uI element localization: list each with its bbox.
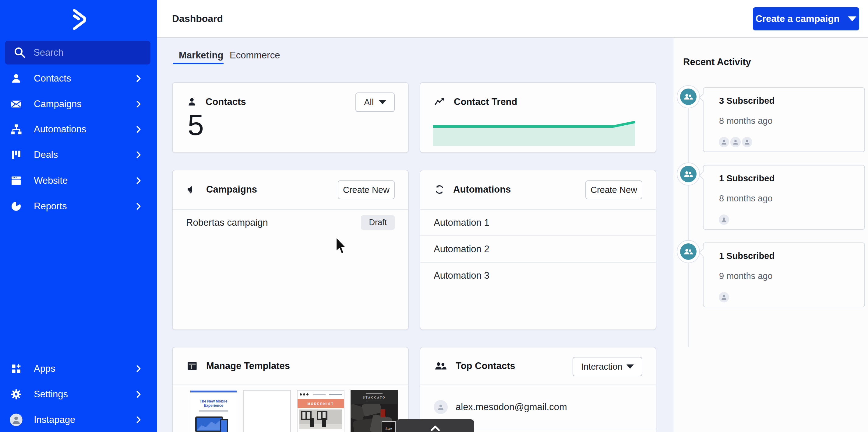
contact-avatar bbox=[741, 136, 753, 148]
sidebar-item-campaigns[interactable]: Campaigns bbox=[0, 91, 157, 117]
chevron-right-icon bbox=[134, 415, 143, 424]
chevron-up-icon bbox=[429, 425, 442, 432]
search-box bbox=[5, 41, 151, 65]
activity-card[interactable]: 1 Subscribed 8 months ago bbox=[703, 165, 865, 230]
avatar-icon bbox=[9, 413, 23, 427]
subscribe-event-icon bbox=[677, 85, 700, 108]
template-icon bbox=[187, 361, 198, 371]
contact-avatar bbox=[718, 213, 730, 226]
activity-item-time: 9 months ago bbox=[719, 271, 773, 281]
sidebar-item-apps[interactable]: Apps bbox=[0, 356, 157, 381]
sidebar: Contacts Campaigns bbox=[0, 0, 157, 432]
sidebar-item-settings[interactable]: Settings bbox=[0, 381, 157, 407]
kanban-icon bbox=[9, 148, 23, 162]
card-notch bbox=[699, 249, 707, 257]
chevron-right-icon bbox=[134, 390, 143, 399]
tab-marketing[interactable]: Marketing bbox=[179, 47, 223, 64]
automations-create-new-button[interactable]: Create New bbox=[585, 180, 642, 199]
activity-item-time: 8 months ago bbox=[719, 194, 773, 203]
create-campaign-label: Create a campaign bbox=[755, 13, 840, 24]
app-window: Contacts Campaigns bbox=[0, 0, 868, 432]
apps-grid-icon bbox=[9, 362, 23, 375]
card-title: Manage Templates bbox=[206, 361, 290, 371]
contact-email: alex.mesodon@gmail.com bbox=[456, 402, 567, 412]
chevron-right-icon bbox=[134, 99, 143, 109]
activecampaign-logo-icon[interactable] bbox=[71, 8, 88, 31]
template-photo-art: Issue 06 bbox=[351, 404, 398, 432]
contacts-filter-select[interactable]: All bbox=[355, 93, 395, 112]
automation-row[interactable]: Automation 2 bbox=[420, 236, 656, 262]
caret-down-icon bbox=[626, 364, 634, 369]
create-campaign-button[interactable]: Create a campaign bbox=[753, 7, 859, 30]
sidebar-item-instapage[interactable]: Instapage bbox=[0, 407, 157, 432]
activity-item-title: 1 Subscribed bbox=[719, 251, 775, 261]
card-title: Contact Trend bbox=[454, 96, 517, 107]
dashboard-content: Marketing Ecommerce Contacts All 5 bbox=[157, 38, 673, 432]
template-thumbnail-blank[interactable] bbox=[243, 390, 291, 432]
contacts-card: Contacts All 5 bbox=[172, 82, 409, 153]
sidebar-item-label: Apps bbox=[34, 363, 56, 374]
activity-item-title: 1 Subscribed bbox=[719, 173, 775, 184]
activity-card[interactable]: 1 Subscribed 9 months ago bbox=[703, 242, 865, 307]
automation-name: Automation 3 bbox=[434, 270, 490, 281]
expand-widget-button[interactable] bbox=[396, 419, 474, 432]
sidebar-item-label: Instapage bbox=[34, 414, 75, 425]
campaigns-create-new-button[interactable]: Create New bbox=[338, 180, 395, 199]
chevron-right-icon bbox=[134, 125, 143, 134]
contact-avatar bbox=[718, 136, 730, 148]
automation-name: Automation 1 bbox=[434, 217, 490, 228]
sidebar-item-contacts[interactable]: Contacts bbox=[0, 66, 157, 91]
sidebar-item-label: Settings bbox=[34, 389, 68, 400]
search-icon bbox=[13, 46, 27, 60]
sidebar-item-reports[interactable]: Reports bbox=[0, 194, 157, 219]
chevron-right-icon bbox=[134, 202, 143, 211]
subscribe-event-icon bbox=[677, 162, 700, 186]
sidebar-item-deals[interactable]: Deals bbox=[0, 142, 157, 168]
activity-item-time: 8 months ago bbox=[719, 116, 773, 126]
template-thumbnail-modernist[interactable]: MODERNIST Break From Your Daily Routine bbox=[297, 390, 344, 432]
contacts-filter-value: All bbox=[364, 97, 374, 107]
sidebar-item-label: Contacts bbox=[34, 73, 71, 84]
automation-row[interactable]: Automation 3 bbox=[420, 263, 656, 289]
automation-name: Automation 2 bbox=[434, 244, 490, 255]
recent-activity-panel: Recent Activity 3 Subscribed 8 months ag… bbox=[673, 38, 868, 432]
two-person-icon bbox=[434, 361, 447, 371]
trend-line-icon bbox=[434, 97, 445, 106]
chevron-right-icon bbox=[134, 74, 143, 83]
top-contacts-filter-select[interactable]: Interaction bbox=[572, 357, 642, 376]
automation-row[interactable]: Automation 1 bbox=[420, 210, 656, 235]
divider bbox=[173, 385, 408, 385]
template-photo-art bbox=[299, 409, 342, 429]
sidebar-item-automations[interactable]: Automations bbox=[0, 117, 157, 142]
page-title: Dashboard bbox=[172, 0, 223, 37]
activity-card[interactable]: 3 Subscribed 8 months ago bbox=[703, 87, 865, 152]
active-tab-underline bbox=[173, 63, 223, 64]
card-notch bbox=[699, 171, 707, 179]
sidebar-item-label: Campaigns bbox=[34, 99, 82, 109]
sidebar-item-website[interactable]: Website bbox=[0, 168, 157, 194]
tab-ecommerce[interactable]: Ecommerce bbox=[230, 47, 280, 64]
top-contacts-filter-value: Interaction bbox=[581, 362, 622, 372]
card-title: Campaigns bbox=[206, 184, 257, 195]
caret-down-icon bbox=[379, 100, 386, 104]
card-title: Automations bbox=[453, 184, 511, 195]
top-bar: Dashboard Create a campaign bbox=[157, 0, 868, 38]
contacts-count: 5 bbox=[188, 108, 204, 142]
recent-activity-title: Recent Activity bbox=[683, 57, 751, 68]
manage-templates-card: Manage Templates The New Mobile Experien… bbox=[172, 347, 409, 432]
template-thumbnail-mobile[interactable]: The New Mobile Experience bbox=[190, 390, 237, 432]
person-icon bbox=[187, 97, 197, 107]
sitemap-icon bbox=[9, 123, 23, 136]
template-banner: MODERNIST bbox=[298, 399, 344, 408]
campaign-name: Robertas campaign bbox=[186, 217, 268, 228]
chevron-right-icon bbox=[134, 176, 143, 185]
envelope-icon bbox=[9, 97, 23, 111]
card-notch bbox=[699, 94, 707, 101]
chevron-right-icon bbox=[134, 150, 143, 159]
template-thumbnail-staccato[interactable]: STACCATO Issue 06 Undercover bbox=[350, 390, 398, 432]
contact-avatar bbox=[718, 291, 730, 303]
search-input[interactable] bbox=[33, 47, 155, 58]
person-icon bbox=[9, 72, 23, 85]
contact-trend-chart bbox=[433, 121, 635, 146]
campaign-row[interactable]: Robertas campaign Draft bbox=[173, 210, 408, 235]
